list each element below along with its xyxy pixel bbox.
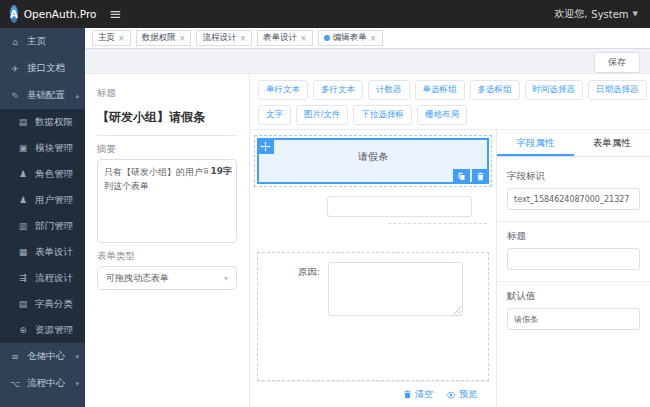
tab-field-properties[interactable]: 字段属性 — [497, 130, 574, 156]
chevron-down-icon: ▾ — [224, 274, 228, 283]
widget-single-line-text[interactable]: 单行文本 — [258, 80, 308, 100]
copy-component-button[interactable] — [453, 169, 470, 184]
widget-date-picker[interactable]: 日期选择器 — [588, 80, 647, 100]
canvas-component-selected[interactable]: 请假条 — [257, 138, 489, 184]
reason-textarea[interactable] — [328, 262, 463, 316]
close-icon[interactable]: × — [239, 34, 246, 43]
form-info-panel: 标题 【研发小组】请假条 摘要 只有【研发小组】的用户可以看到这个表单 19字 … — [85, 74, 250, 407]
form-design-icon: ▦ — [17, 247, 29, 257]
welcome-text: 欢迎您, — [554, 7, 587, 21]
sidebar-item-department-manage[interactable]: ▥ 部门管理 — [0, 213, 85, 239]
sidebar-item-basic-config[interactable]: ✎ 基础配置 ▴ — [0, 82, 85, 109]
tab-flow-design[interactable]: 流程设计 × — [196, 30, 252, 46]
sidebar-item-label: 基础配置 — [27, 89, 65, 102]
sidebar-item-label: 接口文档 — [27, 62, 65, 75]
widget-counter[interactable]: 计数器 — [368, 80, 410, 100]
tab-label: 流程设计 — [202, 32, 236, 44]
tags-bar: 主页 × 数据权限 × 流程设计 × 表单设计 × 编辑表单 × — [85, 28, 650, 49]
designer-area: 单行文本 多行文本 计数器 单选框组 多选框组 时间选择器 日期选择器 文字 图… — [250, 74, 650, 407]
reason-label: 原因: — [258, 262, 328, 380]
widget-grid-layout[interactable]: 栅格布局 — [417, 105, 467, 125]
form-canvas[interactable]: 请假条 — [250, 129, 497, 407]
sidebar-item-flow-design[interactable]: ⇶ 流程设计 — [0, 265, 85, 291]
tab-data-permission[interactable]: 数据权限 × — [136, 30, 192, 46]
sidebar-item-api-docs[interactable]: ✈ 接口文档 — [0, 55, 85, 82]
widget-checkbox-group[interactable]: 多选框组 — [470, 80, 520, 100]
tab-label: 主页 — [98, 32, 115, 44]
clear-button[interactable]: 清空 — [403, 388, 433, 401]
hamburger-menu-icon[interactable]: ≡ — [109, 5, 122, 23]
canvas-component-input[interactable] — [255, 190, 491, 224]
sidebar-item-user-manage[interactable]: ♟ 用户管理 — [0, 187, 85, 213]
brand: A OpenAuth.Pro — [0, 5, 95, 23]
chevron-up-icon: ▴ — [75, 92, 79, 100]
widget-palette: 单行文本 多行文本 计数器 单选框组 多选框组 时间选择器 日期选择器 文字 图… — [250, 74, 650, 129]
widget-time-picker[interactable]: 时间选择器 — [525, 80, 584, 100]
sidebar-item-role-manage[interactable]: ♟ 角色管理 — [0, 161, 85, 187]
close-icon[interactable]: × — [370, 34, 377, 43]
tab-edit-form[interactable]: 编辑表单 × — [318, 30, 383, 46]
sidebar-item-home[interactable]: ⌂ 主页 — [0, 28, 85, 55]
edit-icon: ✎ — [9, 91, 21, 101]
field-title-input[interactable] — [507, 248, 640, 270]
username-dropdown[interactable]: System — [591, 9, 628, 20]
resize-handle-icon[interactable] — [452, 305, 461, 314]
chevron-down-icon: ▾ — [75, 353, 79, 361]
module-manage-icon: ▣ — [17, 143, 29, 153]
app-logo-icon: A — [10, 5, 18, 23]
drag-handle-icon[interactable] — [257, 138, 274, 154]
properties-panel: 字段属性 表单属性 字段标识 text_1584624087000_21327 … — [497, 129, 650, 407]
sidebar-item-label: 模块管理 — [35, 142, 73, 155]
tab-form-design[interactable]: 表单设计 × — [257, 30, 313, 46]
close-icon[interactable]: × — [179, 34, 186, 43]
save-button[interactable]: 保存 — [594, 52, 640, 73]
sidebar-item-label: 表单设计 — [35, 246, 73, 259]
form-type-select[interactable]: 可拖拽动态表单 ▾ — [97, 266, 237, 290]
delete-component-button[interactable] — [472, 169, 489, 184]
close-icon[interactable]: × — [300, 34, 307, 43]
sidebar-item-process-center[interactable]: ⌥ 流程中心 ▾ — [0, 370, 85, 397]
clear-label: 清空 — [415, 388, 433, 401]
tab-form-properties[interactable]: 表单属性 — [574, 130, 650, 156]
field-id-input[interactable]: text_1584624087000_21327 — [507, 188, 640, 210]
default-value-label: 默认值 — [507, 290, 640, 303]
widget-multi-line-text[interactable]: 多行文本 — [313, 80, 363, 100]
form-type-label: 表单类型 — [97, 250, 237, 263]
canvas-footer: 清空 预览 — [255, 381, 491, 407]
preview-button[interactable]: 预览 — [446, 388, 477, 401]
form-summary-label: 摘要 — [97, 143, 237, 156]
sidebar-item-resource-manage[interactable]: ⊕ 资源管理 — [0, 317, 85, 343]
close-icon[interactable]: × — [118, 34, 125, 43]
resource-manage-icon: ⊕ — [17, 325, 29, 335]
active-dot — [324, 35, 330, 41]
input-field[interactable] — [327, 196, 472, 217]
preview-label: 预览 — [459, 388, 477, 401]
sidebar-item-form-design[interactable]: ▦ 表单设计 — [0, 239, 85, 265]
sidebar-item-dictionary[interactable]: ▤ 字典分类 — [0, 291, 85, 317]
sidebar-item-warehouse-center[interactable]: ≡ 仓储中心 ▾ — [0, 343, 85, 370]
chevron-down-icon: ▾ — [75, 380, 79, 388]
sidebar-item-label: 用户管理 — [35, 194, 73, 207]
widget-radio-group[interactable]: 单选框组 — [415, 80, 465, 100]
chevron-down-icon[interactable]: ▼ — [633, 10, 638, 18]
paper-plane-icon: ✈ — [9, 64, 21, 74]
widget-image-file[interactable]: 图片/文件 — [296, 105, 348, 125]
form-summary-textarea[interactable]: 只有【研发小组】的用户可以看到这个表单 19字 — [97, 159, 237, 243]
home-icon: ⌂ — [9, 37, 21, 47]
form-title-input[interactable]: 【研发小组】请假条 — [97, 103, 237, 136]
default-value-input[interactable]: 请假条 — [507, 308, 640, 330]
tab-label: 编辑表单 — [333, 32, 367, 44]
sidebar-item-data-permission[interactable]: ▤ 数据权限 — [0, 109, 85, 135]
canvas-empty-space — [255, 224, 491, 250]
widget-text[interactable]: 文字 — [258, 105, 291, 125]
sidebar-submenu: ▤ 数据权限 ▣ 模块管理 ♟ 角色管理 ♟ 用户管理 ▥ 部门管理 ▦ 表单设… — [0, 109, 85, 343]
trash-icon — [403, 390, 412, 399]
topbar: A OpenAuth.Pro ≡ 欢迎您, System ▼ — [0, 0, 650, 28]
canvas-component-reason[interactable]: 原因: — [257, 252, 489, 381]
widget-dropdown-select[interactable]: 下拉选择框 — [353, 105, 412, 125]
sidebar-item-label: 部门管理 — [35, 220, 73, 233]
warehouse-center-icon: ≡ — [9, 352, 21, 362]
tab-home[interactable]: 主页 × — [92, 30, 131, 46]
char-count-badge: 19字 — [208, 164, 232, 178]
sidebar-item-module-manage[interactable]: ▣ 模块管理 — [0, 135, 85, 161]
